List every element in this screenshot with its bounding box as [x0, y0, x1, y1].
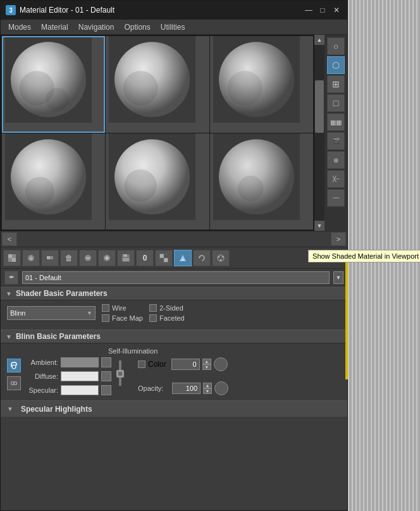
box-preview-btn[interactable]: ⬡ [327, 56, 345, 74]
svg-rect-22 [12, 258, 16, 262]
settings-tool-btn[interactable]: ⊛ [327, 151, 345, 169]
svg-point-3 [46, 88, 69, 111]
options2-btn[interactable] [98, 250, 116, 266]
left-params: Ambient: Diffuse: Specular: [7, 357, 127, 395]
scroll-track[interactable] [314, 45, 324, 221]
blinn-basic-section: ▼ Blinn Basic Parameters Self-Illuminati… [1, 329, 347, 399]
menu-material[interactable]: Material [36, 20, 73, 34]
menu-modes[interactable]: Modes [3, 20, 36, 34]
color-circle-btn[interactable] [214, 357, 228, 371]
delete-btn[interactable]: 🗑 [60, 250, 78, 266]
specular-map-btn[interactable] [101, 385, 111, 395]
faceted-checkbox[interactable] [149, 314, 157, 322]
scroll-down-btn[interactable]: ▼ [314, 221, 324, 231]
ambient-label: Ambient: [23, 359, 58, 366]
opacity-down-btn[interactable]: ▼ [203, 388, 212, 394]
preview-cell-0[interactable] [2, 36, 105, 133]
self-illum-label: Self-Illumination [7, 347, 341, 355]
facemap-label: Face Map [112, 314, 143, 322]
checker-tool-btn[interactable]: ⊞ [327, 75, 345, 93]
shader-basic-content: Blinn ▼ Wire Face Map 2- [1, 300, 347, 328]
opacity-input[interactable] [172, 383, 201, 394]
color-up-btn[interactable]: ▲ [202, 359, 211, 364]
facemap-checkbox-item[interactable]: Face Map [102, 314, 143, 322]
wire-checkbox-item[interactable]: Wire [102, 304, 143, 312]
diffuse-swatch[interactable] [61, 371, 99, 381]
checker-btn2[interactable] [155, 250, 173, 266]
zero-btn[interactable]: 0 [136, 250, 154, 266]
shader-row: Blinn ▼ Wire Face Map 2- [7, 304, 341, 322]
reset3-btn[interactable] [193, 250, 211, 266]
sphere-preview-btn[interactable]: ○ [327, 37, 345, 55]
get-material-btn[interactable] [3, 250, 21, 266]
remove-btn[interactable] [79, 250, 97, 266]
svg-rect-51 [118, 372, 122, 376]
preview-cell-4[interactable] [106, 133, 209, 230]
save-btn[interactable] [117, 250, 135, 266]
rect-tool-btn[interactable]: □ [327, 94, 345, 112]
color-label-right: Color [148, 360, 166, 369]
opacity-circle-btn[interactable] [214, 381, 228, 395]
right-strip [348, 0, 420, 511]
material-name-dropdown[interactable]: ▼ [333, 271, 343, 284]
preview-cell-2[interactable] [210, 36, 313, 133]
menu-utilities[interactable]: Utilities [156, 20, 190, 34]
yellow-accent-strip [345, 253, 348, 379]
close-button[interactable]: ✕ [331, 4, 342, 16]
svg-rect-26 [50, 256, 53, 259]
ambient-map-btn[interactable] [101, 357, 111, 367]
svg-rect-33 [123, 254, 127, 257]
show-viewport-btn[interactable] [174, 250, 192, 266]
diffuse-map-btn[interactable] [101, 371, 111, 381]
nav-right-btn[interactable]: > [331, 232, 346, 246]
diffuse-row: Diffuse: [23, 371, 111, 381]
extra-tool-btn1[interactable]: ╳╌ [327, 170, 345, 188]
twosided-checkbox[interactable] [149, 304, 157, 312]
color-value-input[interactable] [171, 359, 200, 370]
right-params: Color ▲ ▼ Opacity: ▲ [132, 357, 341, 395]
diffuse-link-icon[interactable] [7, 376, 21, 390]
scroll-up-btn[interactable]: ▲ [314, 35, 324, 45]
svg-point-6 [123, 71, 158, 106]
preview-cell-1[interactable] [106, 36, 209, 133]
preview-area: ▲ ▼ ○ ⬡ ⊞ □ ▦▦ 🎬 ⊛ ╳╌ ╌╌ [1, 35, 347, 231]
wire-checkbox[interactable] [102, 304, 109, 312]
opacity-up-btn[interactable]: ▲ [203, 383, 212, 388]
video-tool-btn[interactable]: 🎬 [327, 132, 345, 150]
color-checkbox[interactable] [138, 360, 145, 368]
preview-scrollbar: ▲ ▼ [314, 35, 324, 231]
title-bar: 3 Material Editor - 01 - Default — □ ✕ [1, 1, 347, 20]
nav-left-btn[interactable]: < [2, 232, 17, 246]
shader-type-select[interactable]: Blinn ▼ [7, 306, 96, 320]
menu-options[interactable]: Options [119, 20, 155, 34]
preview-cell-5[interactable] [210, 133, 313, 230]
color-tool-btn[interactable]: ▦▦ [327, 113, 345, 131]
specular-swatch[interactable] [61, 385, 99, 395]
menu-navigation[interactable]: Navigation [73, 20, 120, 34]
specular-label: Specular: [23, 386, 58, 394]
scroll-thumb [315, 80, 324, 133]
material-effects-btn[interactable] [212, 250, 230, 266]
color-down-btn[interactable]: ▼ [202, 364, 211, 370]
put-to-scene-btn[interactable] [22, 250, 40, 266]
reset-btn[interactable] [41, 250, 59, 266]
svg-rect-25 [47, 256, 50, 259]
svg-point-43 [218, 256, 220, 257]
facemap-checkbox[interactable] [102, 314, 109, 322]
maximize-button[interactable]: □ [317, 4, 328, 16]
blinn-basic-header[interactable]: ▼ Blinn Basic Parameters [1, 329, 347, 343]
material-name-input[interactable] [22, 271, 330, 284]
svg-point-12 [25, 176, 54, 206]
twosided-checkbox-item[interactable]: 2-Sided [149, 304, 185, 312]
ambient-swatch[interactable] [61, 357, 99, 367]
specular-highlights-section[interactable]: ▼ Specular Highlights [1, 400, 347, 417]
ambient-link-icon[interactable] [7, 359, 21, 372]
shader-basic-header[interactable]: ▼ Shader Basic Parameters [1, 286, 347, 300]
minimize-button[interactable]: — [303, 4, 314, 16]
faceted-checkbox-item[interactable]: Faceted [149, 314, 185, 322]
diffuse-label: Diffuse: [23, 372, 58, 380]
preview-cell-3[interactable] [2, 133, 105, 230]
eyedropper-btn[interactable]: ✒ [4, 271, 18, 285]
extra-tool-btn2[interactable]: ╌╌ [327, 189, 345, 207]
shader-collapse-arrow: ▼ [6, 290, 12, 297]
